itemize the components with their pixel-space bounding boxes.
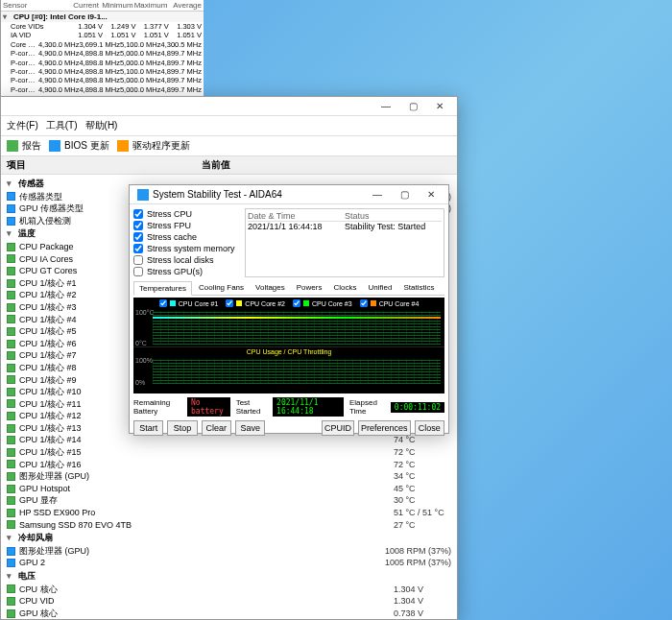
hwinfo-menu: 文件(F) 工具(T) 帮助(H) bbox=[1, 116, 457, 136]
aida-titlebar: System Stability Test - AIDA64 — ▢ ✕ bbox=[130, 185, 448, 204]
minimize-button[interactable]: — bbox=[364, 187, 391, 203]
maximize-button[interactable]: ▢ bbox=[399, 99, 426, 114]
stress-check[interactable]: Stress CPU bbox=[133, 208, 239, 220]
aida-status-box: Date & TimeStatus 2021/11/1 16:44:18Stab… bbox=[245, 208, 444, 277]
sensor-row[interactable]: P-core 3 Clock4,900.0 MHz4,898.8 MHz5,00… bbox=[1, 76, 204, 84]
stop-button[interactable]: Stop bbox=[167, 420, 197, 436]
start-button[interactable]: Start bbox=[133, 420, 163, 436]
aida-window: System Stability Test - AIDA64 — ▢ ✕ Str… bbox=[129, 184, 449, 434]
tab-powers[interactable]: Powers bbox=[292, 281, 327, 295]
tab-clocks[interactable]: Clocks bbox=[328, 281, 361, 295]
sensor-header: Sensor Current Minimum Maximum Average bbox=[1, 0, 204, 12]
close-button[interactable]: ✕ bbox=[426, 99, 453, 114]
save-button[interactable]: Save bbox=[235, 420, 265, 436]
menu-tools[interactable]: 工具(T) bbox=[46, 119, 78, 132]
tree-row[interactable]: HP SSD EX900 Pro51 °C / 51 °C bbox=[5, 507, 453, 519]
tree-row[interactable]: 图形处理器 (GPU)1008 RPM (37%) bbox=[5, 545, 453, 558]
aida-title: System Stability Test - AIDA64 bbox=[153, 189, 282, 200]
stress-check[interactable]: Stress cache bbox=[133, 231, 239, 243]
tab-statistics[interactable]: Statistics bbox=[398, 281, 439, 295]
tree-row[interactable]: CPU 核心1.304 V bbox=[5, 584, 453, 596]
aida-graph: CPU Core #1CPU Core #2CPU Core #3CPU Cor… bbox=[133, 298, 444, 393]
tab-cooling-fans[interactable]: Cooling Fans bbox=[194, 281, 249, 295]
hwinfo-titlebar: — ▢ ✕ bbox=[1, 97, 457, 116]
tab-unified[interactable]: Unified bbox=[363, 281, 396, 295]
bios-update-button[interactable]: BIOS 更新 bbox=[49, 139, 109, 153]
sensor-row[interactable]: P-core 1 Clock4,900.0 MHz4,898.8 MHz5,00… bbox=[1, 59, 204, 67]
sensor-row[interactable]: Core VIDs1.304 V1.249 V1.377 V1.303 V bbox=[1, 22, 204, 31]
sensor-row[interactable]: IA VID1.051 V1.051 V1.051 V1.051 V bbox=[1, 31, 204, 39]
stress-check[interactable]: Stress FPU bbox=[133, 220, 239, 231]
legend-item: CPU Core #4 bbox=[360, 299, 420, 307]
tree-row[interactable]: CPU VID1.304 V bbox=[5, 595, 453, 608]
tree-row[interactable]: CPU 1/核心 #1672 °C bbox=[5, 459, 453, 471]
clear-button[interactable]: Clear bbox=[202, 420, 231, 436]
aida-tabs: TemperaturesCooling FansVoltagesPowersCl… bbox=[133, 281, 444, 296]
tab-voltages[interactable]: Voltages bbox=[251, 281, 290, 295]
legend-item: CPU Core #3 bbox=[293, 299, 352, 307]
aida-stress-checks: Stress CPUStress FPUStress cacheStress s… bbox=[133, 208, 239, 277]
tree-row[interactable]: 图形处理器 (GPU)34 °C bbox=[5, 470, 453, 483]
sensor-row[interactable]: Core Clocks4,300.0 MHz3,699.1 MHz5,100.0… bbox=[1, 40, 204, 49]
sensor-row[interactable]: P-core 0 Clock4,900.0 MHz4,898.8 MHz5,00… bbox=[1, 49, 204, 58]
cpuid-button[interactable]: CPUID bbox=[322, 420, 354, 436]
driver-update-button[interactable]: 驱动程序更新 bbox=[117, 139, 190, 153]
minimize-button[interactable]: — bbox=[372, 99, 399, 114]
tree-row[interactable]: CPU 1/核心 #1572 °C bbox=[5, 446, 453, 459]
maximize-button[interactable]: ▢ bbox=[391, 187, 418, 203]
hwinfo-toolbar: 报告 BIOS 更新 驱动程序更新 bbox=[1, 136, 457, 156]
sensor-row[interactable]: P-core 4 Clock4,900.0 MHz4,898.8 MHz5,00… bbox=[1, 85, 204, 94]
sensor-group[interactable]: ▾CPU [#0]: Intel Core i9-1... bbox=[1, 12, 204, 22]
menu-file[interactable]: 文件(F) bbox=[7, 119, 38, 132]
preferences-button[interactable]: Preferences bbox=[358, 420, 411, 436]
legend-item: CPU Core #2 bbox=[226, 299, 285, 307]
menu-help[interactable]: 帮助(H) bbox=[85, 119, 118, 132]
tree-category[interactable]: ▾冷却风扇 bbox=[5, 531, 453, 545]
hwinfo-column-header: 项目 当前值 bbox=[1, 156, 457, 175]
close-button[interactable]: Close bbox=[415, 420, 444, 436]
aida-buttons: StartStopClearSaveCPUIDPreferencesClose bbox=[133, 420, 444, 436]
sensor-row[interactable]: P-core 2 Clock4,900.0 MHz4,898.8 MHz5,10… bbox=[1, 67, 204, 76]
stress-check[interactable]: Stress local disks bbox=[133, 254, 239, 266]
tab-temperatures[interactable]: Temperatures bbox=[133, 281, 192, 296]
aida-timing: Remaining Battery No battery Test Starte… bbox=[133, 397, 444, 417]
tree-row[interactable]: GPU 核心0.738 V bbox=[5, 608, 453, 620]
tree-row[interactable]: GPU 21005 RPM (37%) bbox=[5, 557, 453, 569]
legend-item: CPU Core #1 bbox=[159, 299, 219, 307]
tree-row[interactable]: GPU 显存30 °C bbox=[5, 494, 453, 507]
close-button[interactable]: ✕ bbox=[418, 187, 444, 203]
stress-check[interactable]: Stress GPU(s) bbox=[133, 266, 239, 277]
report-button[interactable]: 报告 bbox=[7, 139, 41, 153]
tree-category[interactable]: ▾电压 bbox=[5, 569, 453, 584]
stress-check[interactable]: Stress system memory bbox=[133, 243, 239, 254]
tree-row[interactable]: Samsung SSD 870 EVO 4TB27 °C bbox=[5, 519, 453, 532]
tree-row[interactable]: GPU Hotspot45 °C bbox=[5, 483, 453, 495]
aida-icon bbox=[137, 189, 149, 201]
